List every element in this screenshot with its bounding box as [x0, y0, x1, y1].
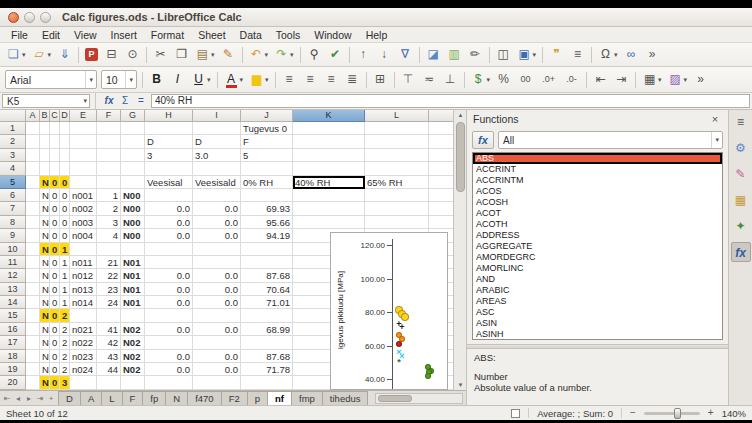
cell-G3[interactable] [121, 149, 145, 162]
cell-J11[interactable] [241, 256, 293, 269]
cell-G12[interactable]: N01 [121, 269, 145, 282]
cell-K6[interactable] [293, 189, 365, 202]
currency-button[interactable]: $▾ [469, 70, 493, 90]
cell-F1[interactable] [97, 122, 121, 135]
spelling-button[interactable]: ✔ [326, 45, 345, 65]
cell-H6[interactable] [145, 189, 193, 202]
zoom-slider[interactable] [644, 412, 700, 415]
function-acoth[interactable]: ACOTH [473, 219, 722, 230]
cell-G1[interactable] [121, 122, 145, 135]
paste-button[interactable]: ▤▾ [193, 45, 217, 65]
cell-F13[interactable]: 23 [97, 283, 121, 296]
align-right-button[interactable]: ≡ [322, 70, 341, 90]
cell-A3[interactable] [26, 149, 40, 162]
cell-B2[interactable] [40, 135, 50, 148]
zoom-slider-thumb[interactable] [674, 408, 681, 419]
cell-E13[interactable]: n013 [70, 283, 97, 296]
function-asin[interactable]: ASIN [473, 318, 722, 329]
cell-A18[interactable] [26, 350, 40, 363]
cell-I12[interactable]: 0.0 [193, 269, 241, 282]
cell-C18[interactable]: 0 [50, 350, 60, 363]
formula-button[interactable]: = [133, 94, 149, 108]
cell-A4[interactable] [26, 162, 40, 175]
cell-D12[interactable]: 1 [60, 269, 70, 282]
cell-C4[interactable] [50, 162, 60, 175]
cell-E11[interactable]: n011 [70, 256, 97, 269]
cell-B20[interactable]: N [40, 376, 50, 389]
cell-H14[interactable]: 0.0 [145, 296, 193, 309]
row-header-15[interactable]: 15 [0, 309, 26, 322]
cell-G19[interactable]: N02 [121, 363, 145, 376]
minimize-button[interactable] [24, 12, 35, 23]
add-sheet-button[interactable]: + [46, 394, 56, 403]
cell-H17[interactable] [145, 336, 193, 349]
function-acos[interactable]: ACOS [473, 186, 722, 197]
sort-descending-button[interactable]: ↓ [375, 45, 394, 65]
function-wizard-icon[interactable]: fx [472, 131, 494, 149]
cell-J7[interactable]: 69.93 [241, 202, 293, 215]
sidebar-tab-properties[interactable]: ⚙ [731, 138, 751, 158]
sheet-tab-f470[interactable]: f470 [187, 391, 222, 405]
cell-B8[interactable]: N [40, 216, 50, 229]
cell-D9[interactable]: 0 [60, 229, 70, 242]
align-center-button[interactable]: ≡ [301, 70, 320, 90]
row-header-13[interactable]: 13 [0, 283, 26, 296]
split-window-button[interactable]: ◫ [494, 45, 513, 65]
sidebar-tab-styles[interactable]: ✎ [731, 164, 751, 184]
row-header-12[interactable]: 12 [0, 269, 26, 282]
justify-button[interactable]: ≣ [343, 70, 362, 90]
background-color-button[interactable]: ▨▾ [666, 70, 690, 90]
underline-button[interactable]: U▾ [189, 70, 213, 90]
cell-J4[interactable] [241, 162, 293, 175]
cell-F5[interactable] [97, 176, 121, 189]
panel-close-icon[interactable]: × [708, 113, 722, 125]
cell-F2[interactable] [97, 135, 121, 148]
cell-F4[interactable] [97, 162, 121, 175]
function-acosh[interactable]: ACOSH [473, 197, 722, 208]
cell-G6[interactable]: N00 [121, 189, 145, 202]
new-button[interactable]: ❏▾ [4, 45, 28, 65]
row-header-10[interactable]: 10 [0, 243, 26, 256]
cell-B18[interactable]: N [40, 350, 50, 363]
menu-sheet[interactable]: Sheet [191, 28, 232, 42]
column-header-L[interactable]: L [365, 110, 429, 122]
function-acot[interactable]: ACOT [473, 208, 722, 219]
row-header-1[interactable]: 1 [0, 122, 26, 135]
category-combo[interactable]: All ▾ [498, 131, 723, 149]
borders-button[interactable]: ▦▾ [640, 70, 664, 90]
freeze-rows-columns-button[interactable]: ▣▾ [515, 45, 539, 65]
cell-G13[interactable]: N01 [121, 283, 145, 296]
cell-E15[interactable] [70, 309, 97, 322]
font-color-button[interactable]: A▾ [222, 70, 246, 90]
cell-A14[interactable] [26, 296, 40, 309]
cell-E6[interactable]: n001 [70, 189, 97, 202]
cell-I8[interactable]: 0.0 [193, 216, 241, 229]
cell-K8[interactable] [293, 216, 365, 229]
cell-B14[interactable]: N [40, 296, 50, 309]
cell-L6[interactable] [365, 189, 429, 202]
scroll-up-icon[interactable]: ▲ [454, 110, 467, 120]
cell-G14[interactable]: N01 [121, 296, 145, 309]
function-abs[interactable]: ABS [473, 153, 722, 164]
cell-J17[interactable] [241, 336, 293, 349]
cell-D20[interactable]: 3 [60, 376, 70, 389]
cell-J15[interactable] [241, 309, 293, 322]
number-format-button[interactable]: 00 [515, 70, 536, 90]
cell-L1[interactable] [365, 122, 429, 135]
cell-C2[interactable] [50, 135, 60, 148]
cell-C5[interactable]: 0 [50, 176, 60, 189]
cell-K3[interactable] [293, 149, 365, 162]
cell-H19[interactable]: 0.0 [145, 363, 193, 376]
sidebar-tab-sidebar-settings[interactable]: ≡ [731, 112, 751, 132]
cell-A10[interactable] [26, 243, 40, 256]
toolbar-overflow-button[interactable]: » [643, 45, 662, 65]
cell-G7[interactable]: N00 [121, 202, 145, 215]
cell-F15[interactable] [97, 309, 121, 322]
cell-E8[interactable]: n003 [70, 216, 97, 229]
cell-G16[interactable]: N02 [121, 323, 145, 336]
cell-F11[interactable]: 21 [97, 256, 121, 269]
clone-formatting-button[interactable]: ✎ [219, 45, 238, 65]
font-name-dropdown-icon[interactable]: ▾ [85, 71, 96, 88]
next-sheet-button[interactable]: ▸ [24, 394, 34, 403]
cell-I19[interactable]: 0.0 [193, 363, 241, 376]
